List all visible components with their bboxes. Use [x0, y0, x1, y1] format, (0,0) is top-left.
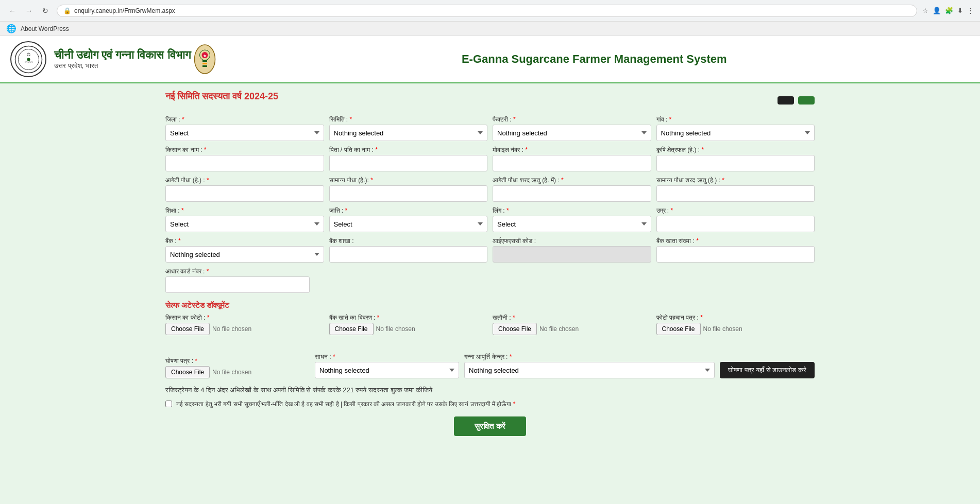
- address-bar[interactable]: 🔒 enquiry.caneup.in/FrmGrwMem.aspx: [57, 5, 917, 17]
- bank-vivaran-choose-btn[interactable]: Choose File: [329, 323, 374, 335]
- kisan-photo-choose-btn[interactable]: Choose File: [165, 323, 210, 335]
- ageti-podha-sharad-input[interactable]: [493, 185, 651, 202]
- umar-input[interactable]: [656, 216, 815, 232]
- forward-button[interactable]: →: [23, 5, 35, 17]
- kisan-naam-label: किसान का नाम : *: [165, 146, 324, 153]
- bank-vivaran-label: बैंक खाते का विवरण : *: [329, 314, 488, 321]
- bottom-section: रजिस्ट्रेयन के 4 दिन अंदर अभिलेखों के सा…: [165, 386, 815, 436]
- jati-select[interactable]: Select: [329, 216, 488, 232]
- svg-text:★: ★: [203, 54, 207, 58]
- ghoshna-choose-btn[interactable]: Choose File: [165, 366, 210, 378]
- row-saadhan: घोषणा पत्र : * Choose File No file chose…: [165, 353, 815, 378]
- gaon-select[interactable]: Nothing selected: [656, 125, 815, 141]
- kisan-naam-input[interactable]: [165, 155, 324, 171]
- field-ling: लिंग : * Select: [493, 207, 651, 232]
- field-umar: उम्र : *: [656, 207, 815, 232]
- svg-rect-9: [202, 60, 207, 62]
- bank-vivaran-file-wrapper: Choose File No file chosen: [329, 323, 488, 335]
- row-bank: बैंक : * Nothing selected बैंक शाखा : आई…: [165, 237, 815, 263]
- notice-text: रजिस्ट्रेयन के 4 दिन अंदर अभिलेखों के सा…: [165, 386, 815, 394]
- site-emblem: ★: [191, 43, 219, 76]
- field-bank-sakha: बैंक शाखा :: [329, 237, 488, 263]
- field-factory: फैक्टरी : * Nothing selected: [493, 116, 651, 141]
- back-button[interactable]: ←: [6, 5, 19, 17]
- extension-icon[interactable]: 🧩: [945, 7, 953, 14]
- aadhar-label: आधार कार्ड नंबर : *: [165, 268, 310, 275]
- ghoshna-patra-label: घोषणा पत्र : *: [165, 357, 310, 364]
- field-samiti: सिमिति : * Nothing selected: [329, 116, 488, 141]
- consent-checkbox[interactable]: [165, 401, 172, 407]
- samanya-podha-sharad-input[interactable]: [656, 185, 815, 202]
- ling-label: लिंग : *: [493, 207, 651, 214]
- svg-text:⚖: ⚖: [27, 52, 30, 57]
- photo-pehchan-choose-btn[interactable]: Choose File: [656, 323, 701, 335]
- site-subtitle: उत्तर प्रदेश, भारत: [54, 62, 191, 70]
- ganna-apurti-label: गन्ना आपूर्ति केन्द्र : *: [464, 353, 715, 360]
- star-icon[interactable]: ☆: [922, 7, 928, 14]
- factory-select[interactable]: Nothing selected: [493, 125, 651, 141]
- samiti-label: सिमिति : *: [329, 116, 488, 123]
- english-button[interactable]: [798, 96, 815, 105]
- samiti-select[interactable]: Nothing selected: [329, 125, 488, 141]
- reload-button[interactable]: ↻: [39, 5, 52, 17]
- khatoni-choose-btn[interactable]: Choose File: [493, 323, 537, 335]
- shiksha-label: शिक्षा : *: [165, 207, 324, 214]
- ganna-apurti-select[interactable]: Nothing selected: [464, 362, 715, 378]
- submit-button[interactable]: सुरक्षित करें: [454, 416, 526, 436]
- krishi-input[interactable]: [656, 155, 815, 171]
- site-title-hindi: चीनी उद्योग एवं गन्ना विकास विभाग: [54, 48, 191, 62]
- bank-label: बैंक : *: [165, 237, 324, 245]
- ifsc-label: आईएफएससी कोड :: [493, 237, 651, 245]
- aadhar-input[interactable]: [165, 276, 310, 293]
- field-pita-naam: पिता / पति का नाम : *: [329, 146, 488, 171]
- field-samanya-podha-sharad: सामान्य पौधा शरद ऋतु (हे.) : *: [656, 177, 815, 202]
- profile-icon[interactable]: 👤: [933, 7, 941, 14]
- checkbox-row: नई सदस्यता हेतु भरी गयी सभी सूचनाएँ भली-…: [165, 399, 815, 409]
- ling-select[interactable]: Select: [493, 216, 651, 232]
- svg-point-5: [194, 45, 215, 74]
- pita-naam-input[interactable]: [329, 155, 488, 171]
- field-jati: जाति : * Select: [329, 207, 488, 232]
- samanya-podha-sharad-label: सामान्य पौधा शरद ऋतु (हे.) : *: [656, 177, 815, 184]
- url-text: enquiry.caneup.in/FrmGrwMem.aspx: [74, 7, 910, 14]
- field-bank-khata: बैंक खाता संख्या : *: [656, 237, 815, 263]
- field-photo-pehchan: फोटो पहचान पत्र : * Choose File No file …: [656, 314, 815, 335]
- download-icon[interactable]: ⬇: [957, 7, 963, 14]
- bank-vivaran-filename: No file chosen: [376, 325, 415, 333]
- ghoshna-download-button[interactable]: घोषणा पत्र यहाँ से डाउनलोड करे: [720, 362, 815, 378]
- site-title-block: चीनी उद्योग एवं गन्ना विकास विभाग उत्तर …: [54, 48, 191, 70]
- field-krishi: कृषि क्षेत्रफल (हे.) : *: [656, 146, 815, 171]
- row-shiksha: शिक्षा : * Select जाति : * Select लिंग :…: [165, 207, 815, 232]
- field-ghoshna-patra: घोषणा पत्र : * Choose File No file chose…: [165, 357, 310, 378]
- download-form-button[interactable]: [778, 96, 794, 105]
- doc-section-label: सेल्फ अटेस्टेड डॉक्यूमेंट: [165, 301, 815, 310]
- menu-icon[interactable]: ⋮: [967, 7, 974, 14]
- khatoni-label: खतौनी : *: [493, 314, 651, 321]
- ghoshna-download-wrapper: घोषणा पत्र यहाँ से डाउनलोड करे: [720, 362, 815, 378]
- site-header: ⚖ INDIA चीनी उद्योग एवं गन्ना विकास विभा…: [0, 36, 980, 83]
- shiksha-select[interactable]: Select: [165, 216, 324, 232]
- mobile-input[interactable]: [493, 155, 651, 171]
- samanya-podha-input[interactable]: [329, 185, 488, 202]
- svg-point-4: [27, 58, 30, 61]
- bank-khata-input[interactable]: [656, 246, 815, 263]
- field-shiksha: शिक्षा : * Select: [165, 207, 324, 232]
- bank-sakha-input[interactable]: [329, 246, 488, 263]
- bank-select[interactable]: Nothing selected: [165, 246, 324, 263]
- row-podha: आगेती पौधा (हे.) : * सामान्य पौधा (हे.):…: [165, 177, 815, 202]
- ghoshna-filename: No file chosen: [212, 369, 251, 376]
- kisan-photo-filename: No file chosen: [212, 325, 251, 333]
- field-bank-vivaran: बैंक खाते का विवरण : * Choose File No fi…: [329, 314, 488, 335]
- field-bank: बैंक : * Nothing selected: [165, 237, 324, 263]
- ageti-podha-input[interactable]: [165, 185, 324, 202]
- bank-khata-label: बैंक खाता संख्या : *: [656, 237, 815, 245]
- kisan-photo-label: किसान का फोटो : *: [165, 314, 324, 321]
- sadhan-select[interactable]: Nothing selected: [315, 362, 459, 378]
- form-section-title: नई सिमिति सदस्यता वर्ष 2024-25: [165, 91, 278, 102]
- ifsc-input[interactable]: [493, 246, 651, 263]
- umar-label: उम्र : *: [656, 207, 815, 214]
- jila-select[interactable]: Select: [165, 125, 324, 141]
- field-samanya-podha: सामान्य पौधा (हे.): *: [329, 177, 488, 202]
- row-location: जिला : * Select सिमिति : * Nothing selec…: [165, 116, 815, 141]
- field-sadhan: साधन : * Nothing selected: [315, 353, 459, 378]
